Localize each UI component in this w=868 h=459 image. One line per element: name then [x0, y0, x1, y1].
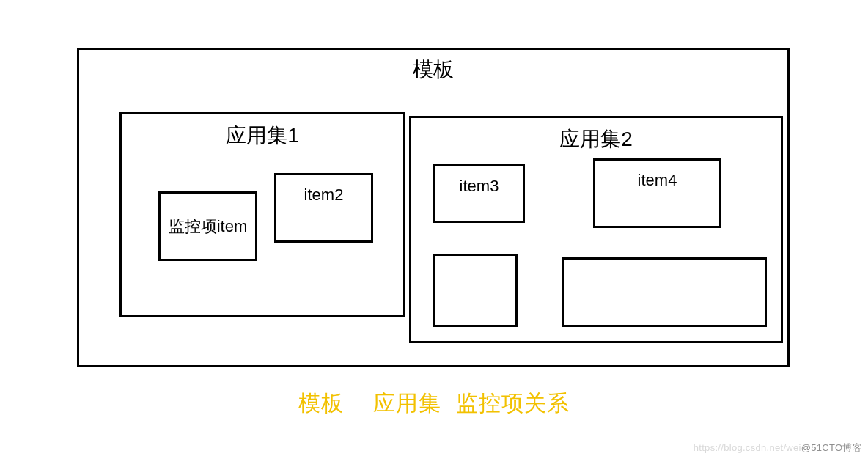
- empty-box-2: [562, 257, 767, 327]
- item3-box: item3: [433, 164, 525, 223]
- watermark-faint: https://blog.csdn.net/wei: [694, 442, 801, 453]
- application-set-2-title: 应用集2: [411, 125, 781, 153]
- diagram-caption: 模板应用集监控项关系: [0, 389, 868, 419]
- application-set-1: 应用集1 监控项item item2: [119, 112, 405, 317]
- template-title: 模板: [79, 56, 787, 84]
- caption-part-appset: 应用集: [373, 391, 441, 415]
- caption-part-template: 模板: [298, 391, 344, 415]
- watermark-text: https://blog.csdn.net/wei@51CTO博客: [694, 441, 862, 455]
- application-set-2: 应用集2 item3 item4: [409, 116, 783, 343]
- empty-box-1: [433, 254, 518, 327]
- template-container: 模板 应用集1 监控项item item2 应用集2 item3 item4: [77, 48, 790, 367]
- application-set-1-title: 应用集1: [122, 122, 403, 150]
- monitor-item-box: 监控项item: [158, 191, 257, 261]
- caption-part-relation: 监控项关系: [456, 391, 570, 415]
- item4-box: item4: [593, 158, 721, 228]
- watermark-dark: @51CTO博客: [801, 442, 862, 453]
- item2-box: item2: [274, 173, 373, 243]
